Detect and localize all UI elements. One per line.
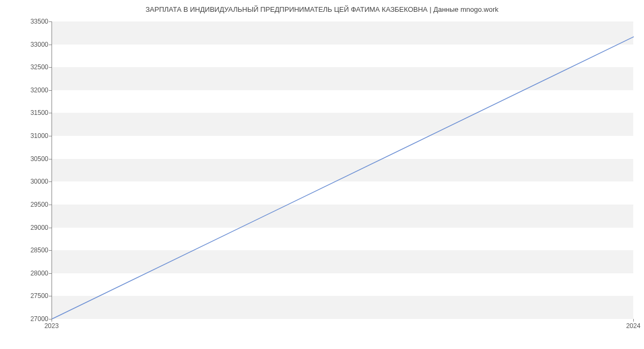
y-tick-label: 28000 [27, 270, 48, 277]
y-tick-mark [49, 113, 52, 113]
y-tick-label: 29500 [27, 201, 48, 208]
x-tick-label: 2024 [626, 322, 641, 330]
plot-area [52, 21, 633, 319]
data-line [52, 37, 634, 319]
y-tick-mark [49, 21, 52, 22]
y-tick-mark [49, 228, 52, 228]
x-tick-label: 2023 [45, 322, 59, 330]
y-tick-label: 33500 [27, 18, 48, 25]
chart-title: ЗАРПЛАТА В ИНДИВИДУАЛЬНЫЙ ПРЕДПРИНИМАТЕЛ… [0, 5, 644, 13]
x-tick-mark [633, 319, 634, 322]
y-tick-mark [49, 67, 52, 68]
x-tick-mark [52, 319, 52, 322]
y-tick-mark [49, 250, 52, 251]
y-tick-label: 32000 [27, 86, 48, 94]
y-tick-mark [49, 205, 52, 205]
chart-container: ЗАРПЛАТА В ИНДИВИДУАЛЬНЫЙ ПРЕДПРИНИМАТЕЛ… [0, 0, 644, 349]
y-tick-label: 33000 [27, 41, 48, 48]
y-tick-mark [49, 273, 52, 274]
y-tick-mark [49, 181, 52, 182]
y-tick-label: 31500 [27, 109, 48, 117]
y-tick-label: 30500 [27, 155, 48, 163]
y-tick-label: 30000 [27, 178, 48, 185]
y-tick-mark [49, 159, 52, 159]
y-tick-mark [49, 45, 52, 45]
y-tick-label: 31000 [27, 132, 48, 140]
y-tick-label: 27500 [27, 292, 48, 300]
y-tick-mark [49, 296, 52, 296]
y-tick-mark [49, 90, 52, 91]
y-tick-label: 28500 [27, 246, 48, 254]
y-tick-mark [49, 136, 52, 136]
chart-svg [52, 21, 633, 318]
y-tick-label: 29000 [27, 224, 48, 231]
y-tick-label: 27000 [27, 315, 48, 323]
y-tick-label: 32500 [27, 63, 48, 71]
